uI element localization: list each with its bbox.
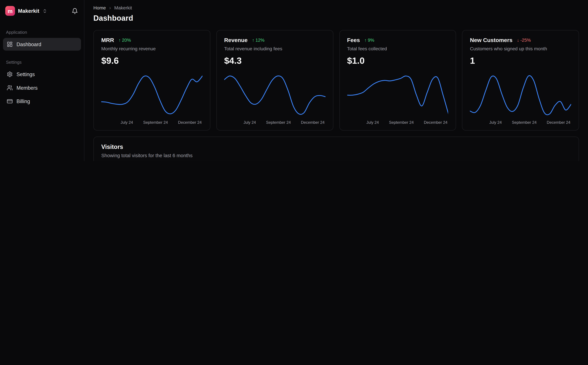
app: m Makerkit Application Dashboard Setting…: [0, 0, 588, 161]
new-customers-sparkline-chart: [470, 73, 571, 117]
revenue-sparkline-chart: [224, 73, 325, 117]
x-axis-label: September 24: [512, 120, 537, 125]
dashboard-icon: [7, 41, 13, 47]
sidebar-item-billing[interactable]: Billing: [3, 95, 81, 108]
x-axis-label: December 24: [547, 120, 570, 125]
x-axis-labels: July 24 September 24 December 24: [470, 120, 571, 125]
chevron-right-icon: ›: [109, 5, 111, 10]
stat-change-value: 12%: [256, 37, 264, 43]
sidebar-item-label: Settings: [17, 71, 35, 77]
stat-change-badge: ↓ -25%: [517, 37, 531, 43]
makerkit-logo: m: [5, 6, 15, 16]
trend-up-arrow-icon: ↑: [364, 37, 367, 43]
x-axis-label: July 24: [489, 120, 502, 125]
x-axis-label: December 24: [178, 120, 202, 125]
sidebar-item-members[interactable]: Members: [3, 81, 81, 94]
stat-change-value: 20%: [122, 37, 131, 43]
gear-icon: [7, 71, 13, 77]
breadcrumb-current[interactable]: Makerkit: [114, 5, 132, 10]
sidebar-item-label: Members: [17, 85, 38, 91]
x-axis-label: July 24: [243, 120, 256, 125]
stat-change-badge: ↑ 20%: [119, 37, 131, 43]
x-axis-labels: July 24 September 24 December 24: [224, 120, 325, 125]
stat-value: $4.3: [224, 56, 325, 66]
section-label-application: Application: [6, 30, 78, 35]
stat-title: Revenue: [224, 37, 248, 43]
trend-up-arrow-icon: ↑: [252, 37, 254, 43]
mrr-sparkline-chart: [101, 73, 202, 117]
trend-down-arrow-icon: ↓: [517, 37, 519, 43]
visitors-title: Visitors: [101, 144, 571, 150]
trend-up-arrow-icon: ↑: [119, 37, 121, 43]
sidebar-item-dashboard[interactable]: Dashboard: [3, 38, 81, 51]
bell-icon: [72, 8, 78, 14]
stat-description: Monthly recurring revenue: [101, 46, 202, 51]
sidebar-item-settings[interactable]: Settings: [3, 68, 81, 81]
stat-title: Fees: [347, 37, 360, 43]
stat-card-fees: Fees ↑ 9% Total fees collected $1.0 July…: [339, 30, 456, 131]
x-axis-label: December 24: [424, 120, 447, 125]
breadcrumb: Home › Makerkit: [93, 5, 579, 10]
credit-card-icon: [7, 98, 13, 104]
stat-description: Total revenue including fees: [224, 46, 325, 51]
stat-change-value: 9%: [368, 37, 374, 43]
stat-card-mrr: MRR ↑ 20% Monthly recurring revenue $9.6…: [93, 30, 210, 131]
users-icon: [7, 85, 13, 91]
sidebar-item-label: Billing: [17, 98, 30, 104]
stat-change-value: -25%: [520, 37, 531, 43]
notifications-button[interactable]: [70, 6, 80, 15]
stat-cards-row: MRR ↑ 20% Monthly recurring revenue $9.6…: [93, 30, 579, 131]
stat-description: Total fees collected: [347, 46, 448, 51]
main-content: Home › Makerkit Dashboard MRR ↑ 20% Mont…: [84, 0, 588, 161]
page-title: Dashboard: [93, 14, 579, 22]
x-axis-label: December 24: [301, 120, 325, 125]
x-axis-labels: July 24 September 24 December 24: [101, 120, 202, 125]
visitors-subtitle: Showing total visitors for the last 6 mo…: [101, 153, 571, 158]
x-axis-labels: July 24 September 24 December 24: [347, 120, 448, 125]
section-label-settings: Settings: [6, 60, 78, 64]
x-axis-label: September 24: [266, 120, 291, 125]
stat-title: MRR: [101, 37, 114, 43]
stat-change-badge: ↑ 12%: [252, 37, 264, 43]
x-axis-label: September 24: [143, 120, 168, 125]
stat-card-revenue: Revenue ↑ 12% Total revenue including fe…: [216, 30, 333, 131]
stat-value: $9.6: [101, 56, 202, 66]
fees-sparkline-chart: [347, 73, 448, 117]
stat-description: Customers who signed up this month: [470, 46, 571, 51]
x-axis-label: September 24: [389, 120, 414, 125]
sidebar-item-label: Dashboard: [17, 42, 41, 47]
chevrons-up-down-icon: [42, 8, 47, 13]
x-axis-label: July 24: [366, 120, 379, 125]
stat-change-badge: ↑ 9%: [364, 37, 374, 43]
workspace-selector[interactable]: m Makerkit: [5, 6, 47, 16]
stat-card-new-customers: New Customers ↓ -25% Customers who signe…: [462, 30, 579, 131]
stat-value: $1.0: [347, 56, 448, 66]
stat-title: New Customers: [470, 37, 512, 43]
x-axis-label: July 24: [121, 120, 133, 125]
stat-value: 1: [470, 56, 571, 66]
sidebar: m Makerkit Application Dashboard Setting…: [0, 0, 84, 161]
sidebar-header: m Makerkit: [3, 3, 81, 19]
workspace-name: Makerkit: [18, 8, 39, 14]
breadcrumb-home-link[interactable]: Home: [93, 5, 106, 10]
visitors-card: Visitors Showing total visitors for the …: [93, 136, 579, 161]
